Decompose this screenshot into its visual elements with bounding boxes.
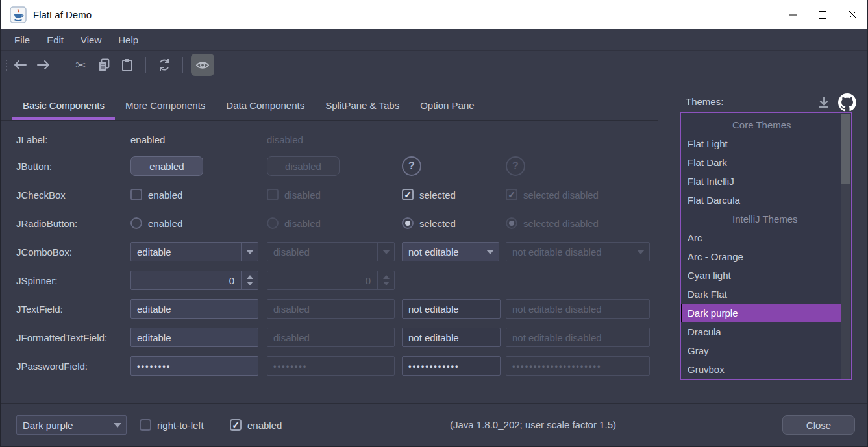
theme-selector-combobox[interactable]: Dark purple [16, 415, 127, 435]
menu-edit[interactable]: Edit [38, 29, 72, 50]
github-link-button[interactable] [838, 93, 856, 112]
toolbar: ✂ [1, 51, 867, 79]
jbutton-row: JButton: enabled disabled ? ? [16, 152, 658, 180]
jformattedtextfield-row-label: JFormattedTextField: [16, 332, 130, 343]
theme-item-dark-purple[interactable]: Dark purple [681, 304, 843, 322]
toolbar-grip[interactable] [6, 60, 7, 71]
chevron-down-icon[interactable] [241, 243, 258, 261]
chevron-down-icon[interactable] [482, 243, 499, 261]
theme-item-gruvbox[interactable]: Gruvbox [681, 360, 843, 379]
back-button[interactable] [10, 54, 31, 75]
menu-view[interactable]: View [72, 29, 110, 50]
jlabel-row: JLabel: enabled disabled [16, 127, 658, 152]
paste-button[interactable] [117, 54, 138, 75]
theme-item-arc[interactable]: Arc [681, 228, 843, 247]
maximize-button[interactable] [808, 0, 837, 29]
theme-item-arc-orange[interactable]: Arc - Orange [681, 247, 843, 266]
theme-item-flat-light[interactable]: Flat Light [681, 134, 843, 153]
flatlaf-demo-window: FlatLaf Demo File Edit View Help ✂ [0, 0, 868, 447]
passwordfield-editable[interactable]: •••••••• [130, 356, 258, 376]
bottom-bar: Dark purple right-to-left ✓ enabled (Jav… [1, 403, 867, 447]
checkbox-checked-icon: ✓ [506, 189, 517, 200]
help-button[interactable]: ? [402, 156, 421, 176]
spinner-down-icon [247, 282, 253, 285]
radio-selected-icon [402, 217, 414, 229]
checkbox-selected-disabled: ✓ selected disabled [506, 189, 656, 200]
jcheckbox-row-label: JCheckBox [16, 189, 130, 200]
toolbar-separator [145, 57, 146, 73]
copy-icon [97, 58, 110, 71]
spinner-enabled[interactable]: 0 [130, 271, 258, 290]
textfield-not-editable[interactable]: not editable [402, 299, 501, 319]
tab-splitpane-tabs[interactable]: SplitPane & Tabs [315, 91, 410, 120]
menu-bar: File Edit View Help [1, 29, 867, 51]
title-bar: FlatLaf Demo [1, 0, 867, 29]
radio-enabled[interactable]: enabled [130, 217, 267, 229]
window-title: FlatLaf Demo [33, 9, 92, 20]
passwordfield-not-editable[interactable]: •••••••••••• [402, 356, 501, 376]
passwordfield-disabled: •••••••• [267, 356, 395, 376]
jlabel-row-label: JLabel: [16, 134, 130, 145]
radio-selected-icon [506, 217, 517, 229]
tab-data-components[interactable]: Data Components [216, 91, 315, 120]
label-enabled: enabled [130, 134, 267, 145]
scrollbar-thumb[interactable] [841, 114, 850, 184]
formattedtextfield-disabled: disabled [267, 328, 395, 347]
theme-item-dark-flat[interactable]: Dark Flat [681, 285, 843, 304]
theme-item-cyan-light[interactable]: Cyan light [681, 266, 843, 285]
close-button[interactable]: Close [782, 415, 855, 435]
copy-button[interactable] [93, 54, 114, 75]
right-to-left-checkbox[interactable]: right-to-left [140, 419, 204, 431]
radio-disabled: disabled [267, 217, 402, 229]
cut-button[interactable]: ✂ [70, 54, 91, 75]
checkbox-enabled[interactable]: enabled [130, 189, 267, 200]
tab-basic-components[interactable]: Basic Components [12, 91, 115, 120]
forward-button[interactable] [33, 54, 54, 75]
enabled-checkbox[interactable]: ✓ enabled [230, 419, 282, 431]
spinner-down-icon [383, 282, 390, 285]
theme-item-gray[interactable]: Gray [681, 341, 843, 360]
formattedtextfield-not-editable-disabled: not editable disabled [506, 328, 650, 347]
menu-file[interactable]: File [6, 29, 38, 50]
window-controls [778, 0, 867, 29]
spinner-up-icon [247, 275, 253, 279]
tab-option-pane[interactable]: Option Pane [410, 91, 484, 120]
minimize-button[interactable] [778, 0, 808, 29]
themes-separator: Core Themes [681, 115, 843, 134]
theme-item-flat-dark[interactable]: Flat Dark [681, 153, 843, 172]
download-theme-button[interactable] [816, 95, 832, 110]
tab-bar: Basic Components More Components Data Co… [1, 91, 658, 121]
formattedtextfield-editable[interactable]: editable [130, 328, 258, 347]
theme-item-dracula[interactable]: Dracula [681, 322, 843, 341]
close-window-button[interactable] [837, 0, 867, 29]
chevron-down-icon[interactable] [109, 416, 126, 434]
menu-help[interactable]: Help [110, 29, 147, 50]
show-hidden-toggle-button[interactable] [191, 54, 214, 76]
checkbox-selected[interactable]: ✓ selected [402, 189, 506, 200]
radio-selected[interactable]: selected [402, 217, 506, 229]
radio-icon [130, 217, 142, 229]
jpasswordfield-row-label: JPasswordField: [16, 361, 130, 372]
radio-selected-disabled: selected disabled [506, 217, 656, 229]
combobox-editable[interactable]: editable [130, 242, 258, 261]
refresh-icon [158, 58, 171, 71]
refresh-button[interactable] [154, 54, 175, 75]
combobox-not-editable[interactable]: not editable [402, 242, 499, 261]
textfield-editable[interactable]: editable [130, 299, 258, 319]
theme-item-flat-intellij[interactable]: Flat IntelliJ [681, 172, 843, 191]
jcombobox-row-label: JComboBox: [16, 247, 130, 258]
theme-item-flat-darcula[interactable]: Flat Darcula [681, 191, 843, 210]
checkbox-disabled: disabled [267, 189, 402, 200]
jspinner-row: JSpinner: 0 0 [16, 266, 658, 295]
label-disabled: disabled [267, 134, 402, 145]
themes-scrollbar[interactable] [841, 114, 850, 380]
download-icon [816, 95, 832, 110]
tab-more-components[interactable]: More Components [115, 91, 216, 120]
scissors-icon: ✂ [75, 58, 86, 73]
checkbox-icon [140, 419, 151, 431]
formattedtextfield-not-editable[interactable]: not editable [402, 328, 501, 347]
enabled-button[interactable]: enabled [130, 156, 203, 176]
paste-icon [121, 58, 133, 71]
spinner-arrows[interactable] [241, 271, 258, 289]
toolbar-separator [62, 57, 62, 73]
